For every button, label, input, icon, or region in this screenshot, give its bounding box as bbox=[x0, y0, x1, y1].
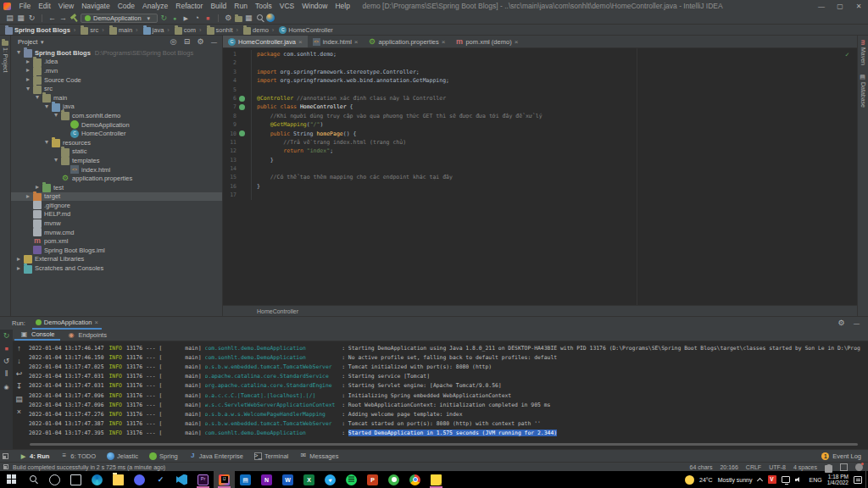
tool-window-button[interactable]: 6: TODO bbox=[60, 452, 96, 460]
profiler-icon[interactable] bbox=[192, 14, 202, 23]
taskbar-button[interactable] bbox=[108, 471, 129, 488]
status-corner-icon[interactable] bbox=[3, 464, 8, 469]
taskbar-button[interactable] bbox=[86, 471, 108, 488]
code-line[interactable]: 1 package com.sonhlt.demo; bbox=[223, 50, 857, 58]
editor-tab[interactable]: pom.xml (demo) × bbox=[450, 36, 523, 47]
tool-window-button[interactable]: Jelastic bbox=[107, 452, 138, 460]
menu-item[interactable]: Tools bbox=[251, 2, 275, 10]
tray-language[interactable]: ENG bbox=[810, 477, 822, 483]
tree-item[interactable]: pom.xml bbox=[11, 236, 222, 246]
taskbar-button[interactable] bbox=[23, 471, 44, 488]
taskbar-button[interactable] bbox=[129, 471, 150, 488]
tree-item[interactable]: .idea bbox=[11, 58, 222, 67]
arrow-right-icon[interactable] bbox=[14, 255, 23, 263]
menu-item[interactable]: VCS bbox=[275, 2, 298, 10]
folder-icon[interactable] bbox=[235, 16, 242, 22]
menu-item[interactable]: Help bbox=[331, 2, 353, 10]
breadcrumb-item[interactable]: java bbox=[132, 25, 164, 35]
taskbar-button[interactable] bbox=[44, 471, 65, 488]
menu-item[interactable]: Navigate bbox=[78, 2, 114, 10]
inspections-ok-icon[interactable] bbox=[843, 50, 852, 59]
arrow-down-icon[interactable] bbox=[42, 103, 51, 111]
editor-tab[interactable]: application.properties × bbox=[363, 36, 450, 47]
status-indicator[interactable]: CRLF bbox=[746, 464, 761, 470]
screen-reader-icon[interactable] bbox=[840, 463, 848, 471]
breadcrumb-item[interactable]: main bbox=[98, 25, 132, 35]
tree-item[interactable]: HomeController bbox=[11, 129, 222, 138]
code-editor[interactable]: 1 package com.sonhlt.demo; 2 bbox=[223, 48, 857, 305]
taskbar-button[interactable] bbox=[150, 471, 171, 488]
taskbar-button[interactable] bbox=[362, 471, 383, 488]
arrow-right-icon[interactable] bbox=[14, 264, 23, 273]
rerun-icon[interactable] bbox=[2, 331, 11, 341]
code-line[interactable]: 12 return "index"; bbox=[223, 147, 857, 155]
taskbar-button[interactable] bbox=[256, 471, 277, 488]
breadcrumb-item[interactable]: com bbox=[164, 25, 196, 35]
menu-item[interactable]: Run bbox=[231, 2, 252, 10]
soft-wrap-icon[interactable] bbox=[14, 369, 24, 379]
arrow-down-icon[interactable] bbox=[33, 93, 42, 102]
arrow-down-icon[interactable] bbox=[14, 48, 23, 57]
taskbar-button[interactable] bbox=[341, 471, 362, 488]
hammer-icon[interactable] bbox=[70, 14, 79, 23]
locate-icon[interactable] bbox=[169, 37, 178, 47]
tree-item[interactable]: External Libraries bbox=[11, 255, 222, 264]
tool-window-button[interactable]: Terminal bbox=[254, 452, 288, 460]
sync-icon[interactable] bbox=[27, 14, 36, 23]
code-line[interactable]: 7 public class HomeController { bbox=[223, 103, 857, 111]
taskbar-button[interactable] bbox=[426, 471, 447, 488]
menu-item[interactable]: File bbox=[15, 2, 35, 10]
menu-item[interactable]: Build bbox=[207, 2, 231, 10]
tree-item[interactable]: test bbox=[11, 183, 222, 192]
tab-close-icon[interactable]: × bbox=[95, 319, 98, 326]
notifications-icon[interactable] bbox=[854, 476, 862, 484]
arrow-down-icon[interactable] bbox=[52, 156, 60, 164]
tree-item[interactable]: resources bbox=[11, 138, 222, 147]
code-line[interactable]: 8 //Khi người dùng truy cập vào qua phươ… bbox=[223, 112, 857, 120]
lock-icon[interactable] bbox=[825, 465, 832, 473]
tree-item[interactable]: java bbox=[11, 103, 222, 112]
tree-item[interactable]: mvnw bbox=[11, 219, 222, 228]
wrench-icon[interactable] bbox=[224, 14, 233, 23]
arrow-right-icon[interactable] bbox=[24, 58, 32, 66]
status-indicator[interactable]: 4 spaces bbox=[793, 464, 817, 470]
taskbar-button[interactable] bbox=[65, 471, 86, 488]
tree-item[interactable]: Spring Boot Blogs.iml bbox=[11, 246, 222, 255]
breadcrumb-item[interactable]: src bbox=[70, 25, 99, 35]
arrow-right-icon[interactable] bbox=[33, 183, 42, 191]
breadcrumb-item[interactable]: HomeController bbox=[269, 26, 333, 34]
forward-icon[interactable] bbox=[58, 14, 68, 23]
log-line[interactable]: 2022-01-04 13:17:46.147INFO13176--- [mai… bbox=[29, 343, 868, 352]
project-tool-tab[interactable]: 1: Project bbox=[2, 39, 8, 73]
collapse-all-icon[interactable] bbox=[182, 37, 192, 47]
tool-window-button[interactable]: Messages bbox=[299, 452, 338, 460]
tree-item[interactable]: HELP.md bbox=[11, 210, 222, 219]
taskbar-button[interactable] bbox=[404, 471, 426, 488]
taskbar-button[interactable] bbox=[192, 471, 214, 488]
log-line[interactable]: 2022-01-04 13:17:47.096INFO13176--- [mai… bbox=[29, 400, 868, 409]
tool-window-button[interactable]: Spring bbox=[149, 452, 178, 460]
log-line[interactable]: 2022-01-04 13:17:47.025INFO13176--- [mai… bbox=[29, 362, 868, 371]
code-line[interactable]: 9 @GetMapping("/") bbox=[223, 120, 857, 129]
arrow-down-icon[interactable] bbox=[42, 138, 51, 147]
stop-icon[interactable] bbox=[2, 344, 11, 353]
gear-icon[interactable] bbox=[196, 37, 205, 47]
tray-weather-text[interactable]: Mostly sunny bbox=[718, 477, 753, 483]
scroll-end-icon[interactable] bbox=[14, 382, 24, 391]
code-line[interactable]: 5 bbox=[223, 86, 857, 94]
tool-window-button[interactable]: Java Enterprise bbox=[189, 452, 243, 460]
menu-item[interactable]: Window bbox=[298, 2, 331, 10]
log-line[interactable]: 2022-01-04 13:17:47.387INFO13176--- [mai… bbox=[29, 419, 868, 429]
hide-icon[interactable] bbox=[852, 319, 861, 328]
run-config-tab[interactable]: DemoApplication × bbox=[32, 317, 102, 330]
bean-icon[interactable] bbox=[239, 130, 245, 136]
tree-item[interactable]: mvnw.cmd bbox=[11, 228, 222, 237]
tree-item[interactable]: Scratches and Consoles bbox=[11, 263, 222, 273]
bean-icon[interactable] bbox=[239, 96, 245, 102]
code-line[interactable]: 10 public String homePage() { bbox=[223, 130, 857, 138]
run-icon[interactable] bbox=[159, 14, 169, 23]
menu-item[interactable]: Code bbox=[114, 2, 138, 10]
tab-close-icon[interactable]: × bbox=[298, 38, 303, 46]
menu-item[interactable]: Analyze bbox=[139, 2, 172, 10]
tray-temperature[interactable]: 24°C bbox=[699, 477, 713, 483]
